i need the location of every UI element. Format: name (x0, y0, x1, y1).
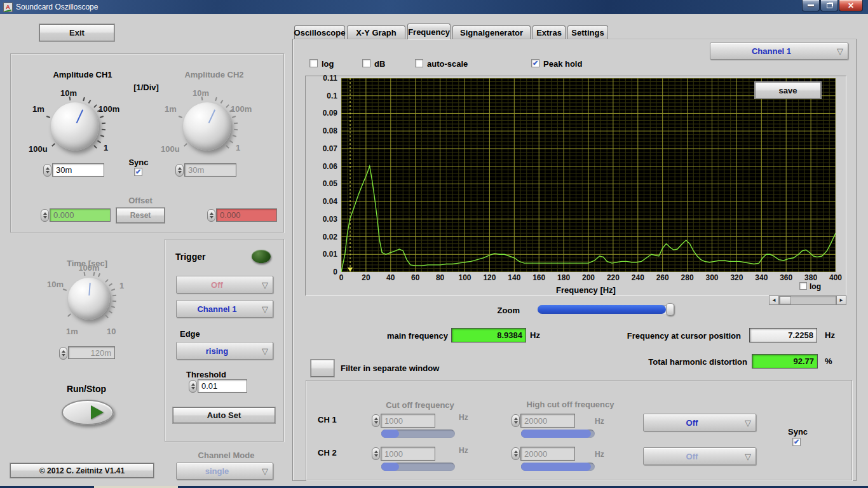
filter-sync-checkbox[interactable]: ✔ (792, 438, 801, 446)
channel-select-dropdown[interactable]: Channel 1 ▽ (710, 43, 848, 60)
scroll-right-button[interactable]: ► (836, 295, 846, 305)
ch1-cutoff-slider[interactable] (381, 430, 455, 438)
zoom-slider-fill (538, 305, 666, 314)
amplitude-ch2-value[interactable]: 30m (184, 163, 236, 177)
offset-ch2-value[interactable]: 0.000 (216, 208, 277, 222)
restore-button[interactable] (820, 0, 838, 11)
threshold-spinner[interactable] (189, 380, 197, 393)
ch1-high-slider[interactable] (521, 430, 595, 438)
offset-ch2-spinner[interactable] (207, 209, 215, 222)
ch2-cutoff-value[interactable]: 1000 (381, 447, 435, 461)
ch1-high-fill (521, 430, 591, 438)
edge-label: Edge (180, 329, 200, 339)
channel-mode-dropdown[interactable]: single ▽ (176, 463, 273, 480)
minimize-button[interactable] (802, 0, 820, 11)
tab-settings[interactable]: Settings (567, 25, 608, 39)
ch1-filter-mode-dropdown[interactable]: Off ▽ (643, 414, 756, 431)
zoom-slider-track[interactable] (538, 305, 672, 314)
offset-reset-button[interactable]: Reset (116, 208, 165, 223)
log-checkbox[interactable] (309, 59, 318, 67)
ch2-high-value[interactable]: 20000 (520, 447, 575, 461)
knob-needle (76, 109, 83, 123)
ch2-cutoff-spinner[interactable] (372, 447, 380, 460)
ch1-high-spinner[interactable] (512, 414, 520, 427)
tab-xy-graph[interactable]: X-Y Graph (347, 25, 405, 39)
trigger-mode-dropdown[interactable]: Off ▽ (176, 276, 273, 294)
filter-ch2-label: CH 2 (318, 448, 337, 458)
db-label: dB (374, 59, 385, 69)
trigger-title: Trigger (175, 252, 214, 262)
amp-sync-checkbox[interactable]: ✔ (134, 168, 142, 176)
chevron-down-icon: ▽ (740, 452, 756, 461)
scroll-thumb[interactable] (780, 296, 791, 304)
autoscale-checkbox[interactable] (415, 59, 423, 67)
copyright-button[interactable]: © 2012 C. Zeitnitz V1.41 (10, 463, 154, 478)
threshold-value[interactable]: 0.01 (198, 379, 247, 393)
ch2-high-spinner[interactable] (512, 447, 520, 460)
axis-log-checkbox[interactable] (799, 282, 807, 290)
x-tick-label: 360 (773, 273, 799, 282)
y-tick-label: 0.06 (305, 162, 341, 171)
x-tick-label: 160 (526, 273, 552, 282)
amplitude-ch1-knob[interactable]: 100u 1m 10m 100m 1 (27, 87, 123, 170)
y-tick-label: 0.1 (305, 92, 341, 100)
ch1-high-value[interactable]: 20000 (520, 414, 575, 428)
offset-ch1-spinner[interactable] (41, 209, 49, 222)
x-tick-label: 240 (625, 273, 651, 282)
close-button[interactable]: ✕ (839, 0, 863, 11)
app-icon: A (3, 3, 13, 12)
amplitude-ch1-label: Amplitude CH1 (38, 70, 127, 79)
filter-window-label: Filter in separate window (341, 363, 439, 373)
thd-label: Total harmonic distortion (604, 357, 747, 367)
main-frequency-label: main frequency (381, 331, 448, 341)
x-axis-title: Frequency [Hz] (532, 285, 640, 295)
tab-extras[interactable]: Extras (532, 25, 566, 39)
filter-sync-label: Sync (788, 427, 808, 437)
amplitude-ch2-spinner[interactable] (175, 164, 184, 177)
tab-frequency[interactable]: Frequency (407, 24, 451, 39)
x-tick-label: 40 (378, 273, 403, 282)
restore-icon (827, 3, 832, 8)
tab-oscilloscope[interactable]: Oscilloscope (294, 25, 345, 39)
offset-ch1-value[interactable]: 0.000 (50, 208, 111, 222)
cursor-frequency-unit: Hz (825, 330, 835, 340)
ch2-high-fill (521, 463, 591, 471)
y-tick-label: 0.07 (305, 144, 341, 153)
cutoff-label: Cut off frequency (372, 400, 468, 410)
time-knob[interactable]: 1m 10m 100m 1 10 (44, 263, 133, 346)
ch1-high-unit: Hz (595, 417, 604, 426)
zoom-slider-thumb[interactable] (666, 303, 674, 316)
y-tick-label: 0.09 (305, 109, 341, 118)
time-spinner[interactable] (59, 347, 67, 360)
save-button[interactable]: save (755, 82, 821, 98)
filter-window-button[interactable] (311, 360, 334, 377)
x-tick-label: 0 (329, 273, 354, 282)
exit-button[interactable]: Exit (39, 24, 114, 41)
scroll-left-button[interactable]: ◄ (769, 295, 779, 305)
ch2-filter-mode-dropdown[interactable]: Off ▽ (643, 447, 756, 465)
ch1-cutoff-spinner[interactable] (372, 414, 380, 427)
ch2-high-unit: Hz (595, 450, 604, 459)
thd-value: 92.77 (752, 354, 818, 369)
ch2-high-slider[interactable] (521, 463, 595, 471)
y-tick-label: 0.11 (305, 74, 341, 83)
tab-signalgenerator[interactable]: Signalgenerator (452, 25, 531, 39)
chevron-down-icon: ▽ (257, 304, 273, 314)
ch2-cutoff-slider[interactable] (381, 463, 455, 471)
x-axis-labels: 0204060801001201401601802002202402602803… (341, 273, 836, 283)
ch1-cutoff-value[interactable]: 1000 (381, 414, 435, 428)
chevron-down-icon: ▽ (257, 466, 273, 476)
amplitude-ch2-label: Amplitude CH2 (170, 70, 259, 79)
trigger-source-dropdown[interactable]: Channel 1 ▽ (176, 300, 273, 318)
amplitude-ch2-knob[interactable]: 100u 1m 10m 100m 1 (159, 87, 255, 170)
run-stop-button[interactable] (62, 400, 114, 425)
spectrum-plot[interactable] (341, 78, 836, 272)
edge-dropdown[interactable]: rising ▽ (176, 342, 273, 360)
knob-needle (208, 109, 215, 123)
amplitude-ch1-spinner[interactable] (43, 164, 51, 177)
amplitude-ch1-value[interactable]: 30m (52, 163, 104, 177)
auto-set-button[interactable]: Auto Set (173, 407, 275, 423)
db-checkbox[interactable] (362, 59, 370, 67)
time-value[interactable]: 120m (68, 346, 115, 359)
peak-hold-checkbox[interactable]: ✔ (531, 59, 539, 67)
